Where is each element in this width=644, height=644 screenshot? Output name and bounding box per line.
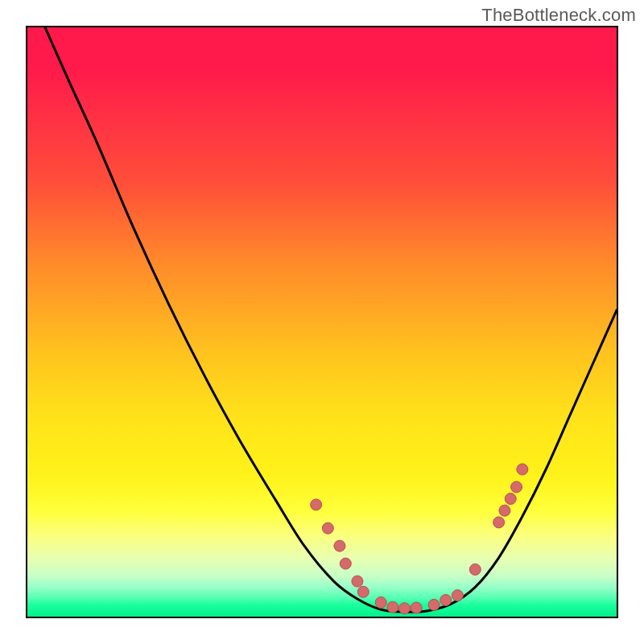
data-marker [440, 595, 452, 606]
data-marker [357, 586, 369, 597]
data-marker [411, 602, 422, 613]
data-marker [322, 522, 333, 534]
plot-area [26, 26, 618, 618]
data-marker [499, 505, 510, 516]
data-marker [511, 481, 522, 493]
data-marker [452, 590, 463, 601]
data-marker [340, 558, 351, 569]
data-marker [517, 464, 528, 475]
data-marker [505, 493, 516, 505]
data-marker [334, 540, 345, 551]
curve-layer [27, 27, 617, 617]
data-marker [375, 597, 386, 608]
attribution-text: TheBottleneck.com [481, 5, 636, 26]
data-markers [311, 464, 528, 614]
data-marker [469, 564, 481, 575]
data-marker [352, 576, 363, 587]
data-marker [387, 601, 398, 613]
chart-frame: TheBottleneck.com [0, 0, 644, 644]
data-marker [428, 599, 440, 610]
data-marker [311, 499, 322, 510]
data-marker [493, 517, 505, 528]
data-marker [398, 603, 410, 614]
